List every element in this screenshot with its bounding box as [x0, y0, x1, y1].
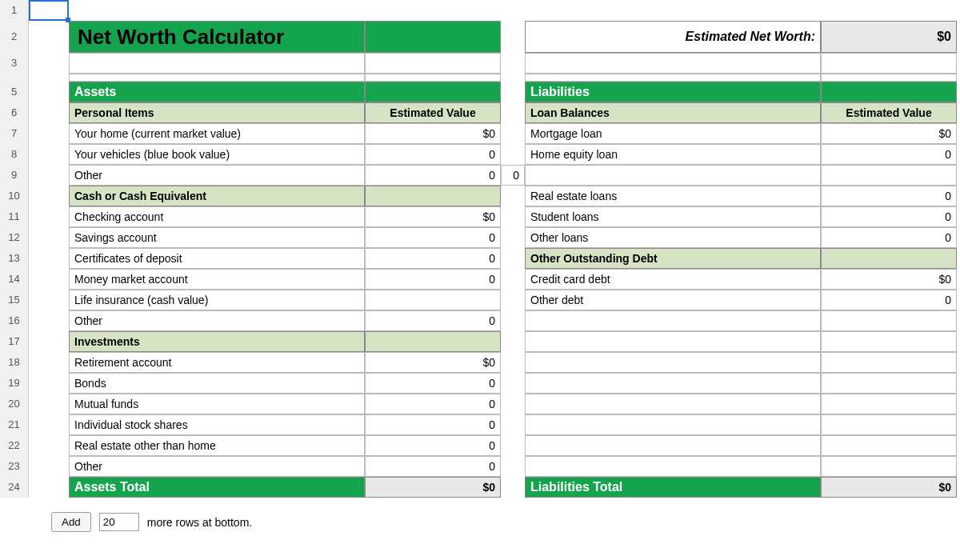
row-header[interactable]: 6: [0, 102, 29, 123]
row-header[interactable]: 9: [0, 165, 29, 186]
row-header[interactable]: [0, 74, 29, 82]
asset-value[interactable]: 0: [365, 144, 501, 165]
liabilities-header: Liabilities: [525, 82, 821, 102]
liab-value[interactable]: $0: [821, 123, 957, 144]
add-rows-footer: Add more rows at bottom.: [51, 512, 960, 532]
stray-cell[interactable]: 0: [501, 165, 525, 186]
row-header[interactable]: 5: [0, 82, 29, 102]
liab-group-header: Loan Balances: [525, 102, 821, 123]
row-header[interactable]: 1: [0, 0, 29, 21]
asset-value[interactable]: $0: [365, 123, 501, 144]
asset-label[interactable]: Other: [69, 165, 365, 186]
asset-value[interactable]: [365, 290, 501, 310]
row-header[interactable]: 18: [0, 352, 29, 373]
liabilities-total-value: $0: [821, 477, 957, 498]
add-rows-button[interactable]: Add: [51, 512, 91, 532]
networth-value: $0: [821, 21, 957, 53]
row-header[interactable]: 14: [0, 269, 29, 290]
row-header[interactable]: 12: [0, 227, 29, 248]
asset-label[interactable]: Individual stock shares: [69, 414, 365, 435]
liab-group-header: Other Outstanding Debt: [525, 248, 821, 269]
liab-label[interactable]: Real estate loans: [525, 186, 821, 206]
asset-label[interactable]: Other: [69, 310, 365, 331]
liab-label[interactable]: Credit card debt: [525, 269, 821, 290]
asset-label[interactable]: Other: [69, 456, 365, 477]
asset-label[interactable]: Real estate other than home: [69, 435, 365, 456]
liab-label[interactable]: Other loans: [525, 227, 821, 248]
row-header[interactable]: 10: [0, 186, 29, 206]
value-col-header: Estimated Value: [365, 102, 501, 123]
row-header[interactable]: 16: [0, 310, 29, 331]
asset-value[interactable]: 0: [365, 165, 501, 186]
asset-group-header: Personal Items: [69, 102, 365, 123]
asset-value[interactable]: $0: [365, 352, 501, 373]
liab-value[interactable]: [821, 165, 957, 186]
liab-value[interactable]: 0: [821, 290, 957, 310]
asset-label[interactable]: Money market account: [69, 269, 365, 290]
asset-value[interactable]: 0: [365, 456, 501, 477]
liab-label[interactable]: [525, 165, 821, 186]
selected-cell[interactable]: [29, 0, 69, 21]
liab-value[interactable]: 0: [821, 206, 957, 227]
asset-value[interactable]: 0: [365, 310, 501, 331]
asset-label[interactable]: Bonds: [69, 373, 365, 394]
liabilities-total-label: Liabilities Total: [525, 477, 821, 498]
assets-total-label: Assets Total: [69, 477, 365, 498]
row-header[interactable]: 21: [0, 414, 29, 435]
row-header[interactable]: 15: [0, 290, 29, 310]
asset-label[interactable]: Savings account: [69, 227, 365, 248]
asset-value[interactable]: 0: [365, 373, 501, 394]
asset-value[interactable]: 0: [365, 269, 501, 290]
row-header[interactable]: 3: [0, 53, 29, 74]
assets-total-value: $0: [365, 477, 501, 498]
asset-value[interactable]: $0: [365, 206, 501, 227]
asset-value[interactable]: 0: [365, 414, 501, 435]
asset-value[interactable]: 0: [365, 394, 501, 414]
asset-group-header: Cash or Cash Equivalent: [69, 186, 365, 206]
row-header[interactable]: 2: [0, 21, 29, 53]
liab-value[interactable]: 0: [821, 186, 957, 206]
asset-value[interactable]: 0: [365, 227, 501, 248]
row-header[interactable]: 8: [0, 144, 29, 165]
liab-value[interactable]: 0: [821, 144, 957, 165]
asset-label[interactable]: Mutual funds: [69, 394, 365, 414]
row-header[interactable]: 24: [0, 477, 29, 498]
row-header[interactable]: 17: [0, 331, 29, 352]
liab-value[interactable]: $0: [821, 269, 957, 290]
row-header[interactable]: 11: [0, 206, 29, 227]
asset-value[interactable]: 0: [365, 248, 501, 269]
asset-label[interactable]: Checking account: [69, 206, 365, 227]
liab-value[interactable]: 0: [821, 227, 957, 248]
asset-label[interactable]: Retirement account: [69, 352, 365, 373]
asset-group-header: Investments: [69, 331, 365, 352]
asset-label[interactable]: Your vehicles (blue book value): [69, 144, 365, 165]
spreadsheet-grid[interactable]: 1 2 Net Worth Calculator Estimated Net W…: [0, 0, 960, 498]
liab-label[interactable]: Home equity loan: [525, 144, 821, 165]
liab-label[interactable]: Other debt: [525, 290, 821, 310]
add-rows-suffix: more rows at bottom.: [147, 516, 253, 529]
assets-header: Assets: [69, 82, 365, 102]
asset-value[interactable]: 0: [365, 435, 501, 456]
row-header[interactable]: 19: [0, 373, 29, 394]
add-rows-count-input[interactable]: [99, 513, 139, 531]
asset-label[interactable]: Your home (current market value): [69, 123, 365, 144]
page-title: Net Worth Calculator: [69, 21, 365, 53]
networth-label: Estimated Net Worth:: [525, 21, 821, 53]
row-header[interactable]: 23: [0, 456, 29, 477]
row-header[interactable]: 13: [0, 248, 29, 269]
liab-label[interactable]: Mortgage loan: [525, 123, 821, 144]
liab-label[interactable]: Student loans: [525, 206, 821, 227]
row-header[interactable]: 22: [0, 435, 29, 456]
row-header[interactable]: 7: [0, 123, 29, 144]
asset-label[interactable]: Certificates of deposit: [69, 248, 365, 269]
asset-label[interactable]: Life insurance (cash value): [69, 290, 365, 310]
value-col-header: Estimated Value: [821, 102, 957, 123]
row-header[interactable]: 20: [0, 394, 29, 414]
